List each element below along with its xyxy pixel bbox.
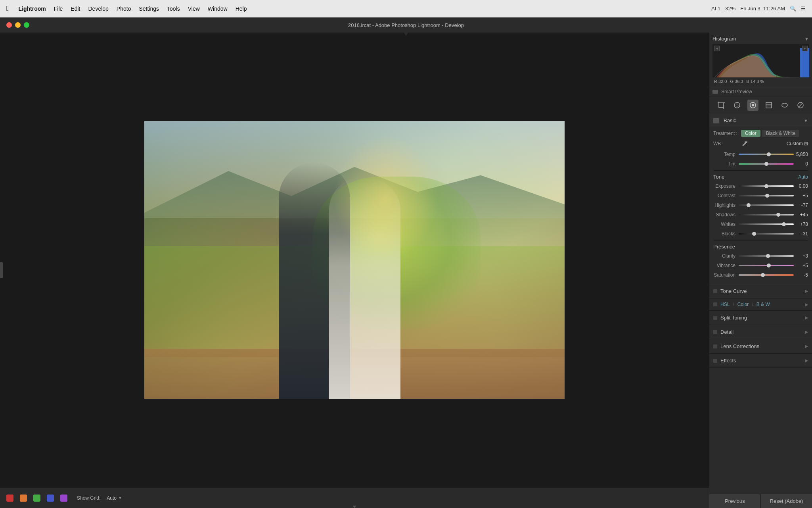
effects-left: Effects: [713, 358, 736, 364]
wb-dropdown-icon: ⊞: [804, 141, 808, 146]
titlebar: 2016.lrcat - Adobe Photoshop Lightroom -…: [0, 17, 812, 33]
basic-panel-header[interactable]: Basic ▼: [709, 114, 812, 127]
menu-develop[interactable]: Develop: [88, 6, 108, 12]
contrast-slider[interactable]: [739, 195, 794, 196]
red-eye-tool-icon[interactable]: [795, 100, 806, 111]
vibrance-slider-thumb[interactable]: [767, 264, 771, 267]
minimize-button[interactable]: [15, 22, 21, 28]
radial-filter-tool-icon[interactable]: [779, 100, 790, 111]
highlights-slider-thumb[interactable]: [747, 203, 751, 207]
shadow-clipping-icon[interactable]: ◄: [714, 46, 720, 51]
previous-button[interactable]: Previous: [709, 494, 761, 508]
contrast-slider-row: Contrast +5: [713, 192, 808, 200]
show-grid-label: Show Grid:: [77, 495, 100, 501]
menu-view[interactable]: View: [188, 6, 200, 12]
tint-slider-thumb[interactable]: [764, 162, 768, 166]
tint-slider[interactable]: [739, 163, 794, 165]
whites-slider-row: Whites +78: [713, 220, 808, 228]
detail-title: Detail: [720, 329, 733, 335]
menu-edit[interactable]: Edit: [71, 6, 80, 12]
temp-slider-row: Temp 5,850: [713, 150, 808, 158]
saturation-slider[interactable]: [739, 274, 794, 276]
blacks-slider[interactable]: [739, 233, 794, 235]
tone-auto-button[interactable]: Auto: [798, 174, 808, 180]
divider-1: [713, 170, 808, 171]
left-panel-toggle[interactable]: [0, 262, 3, 278]
shadows-slider[interactable]: [739, 214, 794, 216]
reset-button[interactable]: Reset (Adobe): [761, 494, 812, 508]
grid-dropdown-icon: ▼: [118, 496, 122, 500]
temp-slider-thumb[interactable]: [767, 152, 771, 156]
histogram-dropdown-icon[interactable]: ▼: [804, 37, 809, 41]
hsl-expand-icon: ▶: [805, 302, 808, 307]
photo-image: [144, 121, 565, 399]
grid-value: Auto: [107, 495, 117, 501]
menu-settings[interactable]: Settings: [139, 6, 159, 12]
vibrance-slider[interactable]: [739, 265, 794, 266]
maximize-button[interactable]: [24, 22, 29, 28]
color-swatch-red[interactable]: [6, 495, 13, 502]
detail-section[interactable]: Detail ▶: [709, 325, 812, 339]
crop-tool-icon[interactable]: [716, 100, 727, 111]
datetime-display: Fri Jun 3 11:26 AM: [740, 6, 785, 12]
treatment-label: Treatment :: [713, 131, 741, 136]
photo-area: Show Grid: Auto ▼: [0, 33, 709, 508]
hsl-link[interactable]: HSL: [720, 302, 730, 307]
clarity-slider-thumb[interactable]: [766, 254, 770, 258]
highlights-slider-row: Highlights -77: [713, 201, 808, 209]
search-icon[interactable]: 🔍: [790, 6, 796, 12]
color-swatch-blue[interactable]: [47, 495, 54, 502]
saturation-value: -5: [794, 272, 808, 278]
exposure-slider-thumb[interactable]: [764, 184, 768, 188]
svg-point-6: [736, 104, 738, 106]
menu-lightroom[interactable]: Lightroom: [19, 6, 46, 12]
clarity-slider[interactable]: [739, 255, 794, 257]
color-swatch-purple[interactable]: [60, 495, 67, 502]
graduated-filter-tool-icon[interactable]: [763, 100, 774, 111]
bw-treatment-button[interactable]: Black & White: [762, 130, 800, 137]
battery-indicator: 32%: [725, 6, 735, 12]
effects-indicator: [713, 359, 717, 363]
menu-window[interactable]: Window: [208, 6, 228, 12]
spot-heal-tool-icon[interactable]: [732, 100, 743, 111]
close-button[interactable]: [6, 22, 12, 28]
split-toning-section[interactable]: Split Toning ▶: [709, 311, 812, 325]
lens-corrections-section[interactable]: Lens Corrections ▶: [709, 339, 812, 354]
smart-preview-bar[interactable]: Smart Preview: [709, 87, 812, 96]
exposure-slider[interactable]: [739, 185, 794, 187]
highlight-clipping-icon[interactable]: ►: [802, 46, 808, 51]
color-treatment-button[interactable]: Color: [741, 130, 760, 137]
basic-panel-chevron-icon: ▼: [804, 118, 808, 123]
split-toning-title: Split Toning: [720, 315, 747, 321]
color-swatch-green[interactable]: [33, 495, 40, 502]
grid-selector[interactable]: Auto ▼: [107, 495, 122, 501]
bw-link[interactable]: B & W: [756, 302, 770, 307]
menu-tools[interactable]: Tools: [167, 6, 180, 12]
shadows-label: Shadows: [713, 212, 739, 217]
whites-slider[interactable]: [739, 223, 794, 225]
svg-rect-9: [766, 102, 772, 108]
blacks-slider-thumb[interactable]: [752, 232, 756, 236]
lens-corrections-left: Lens Corrections: [713, 343, 759, 349]
hsl-bar[interactable]: HSL / Color / B & W ▶: [709, 298, 812, 311]
saturation-slider-thumb[interactable]: [761, 273, 765, 277]
eyedropper-icon[interactable]: [741, 140, 748, 147]
menu-icon[interactable]: ☰: [801, 6, 806, 12]
split-toning-indicator: [713, 316, 717, 320]
tone-curve-section[interactable]: Tone Curve ▶: [709, 284, 812, 298]
menu-photo[interactable]: Photo: [117, 6, 131, 12]
temp-slider[interactable]: [739, 154, 794, 155]
menu-help[interactable]: Help: [236, 6, 247, 12]
contrast-slider-thumb[interactable]: [765, 194, 769, 198]
menu-file[interactable]: File: [54, 6, 63, 12]
highlights-slider[interactable]: [739, 204, 794, 206]
effects-section[interactable]: Effects ▶: [709, 354, 812, 368]
adjustment-brush-tool-icon[interactable]: [747, 100, 758, 111]
wb-dropdown[interactable]: Custom ⊞: [787, 141, 808, 146]
whites-slider-thumb[interactable]: [782, 222, 786, 226]
shadows-slider-thumb[interactable]: [776, 213, 780, 217]
histogram-r-value: R 32.0: [714, 79, 727, 84]
color-swatch-orange[interactable]: [20, 495, 27, 502]
color-link[interactable]: Color: [737, 302, 749, 307]
wb-value: Custom: [787, 141, 803, 146]
